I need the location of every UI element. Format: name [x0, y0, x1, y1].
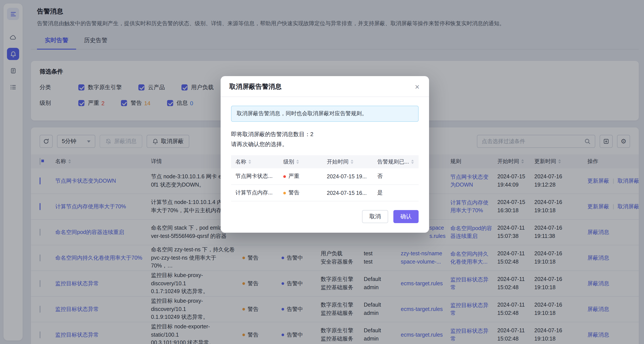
dlg-rule-muted: 否 [377, 173, 383, 180]
dialog-footer: 取消 确认 [220, 201, 429, 233]
dlg-col-name: 名称 [236, 158, 246, 165]
dlg-alert-name: 节点网卡状态... [236, 173, 272, 180]
sort-icon[interactable] [411, 160, 414, 164]
dialog-table-row: 节点网卡状态... 严重 2024-07-15 19... 否 [231, 168, 418, 185]
sort-icon[interactable] [296, 160, 299, 164]
dlg-col-rule-muted: 告警规则已... [377, 158, 409, 165]
confirm-choice-line: 请再次确认您的选择。 [231, 140, 418, 148]
info-banner: 取消屏蔽告警消息，同时也会取消屏蔽对应告警规则。 [231, 106, 418, 122]
unblock-count-line: 即将取消屏蔽的告警消息数目：2 [231, 130, 418, 138]
dlg-rule-muted: 是 [377, 189, 383, 197]
dialog-title: 取消屏蔽告警消息 [229, 83, 282, 91]
dialog-table-body: 节点网卡状态... 严重 2024-07-15 19... 否 计算节点内存..… [231, 168, 418, 201]
dlg-col-level: 级别 [283, 158, 294, 165]
dlg-level-text: 严重 [288, 173, 299, 180]
dlg-start-time: 2024-07-15 16... [327, 190, 367, 196]
cancel-button[interactable]: 取消 [362, 210, 388, 223]
app-window: 告警消息 告警消息由触发中的告警规则产生，提供实时和历史告警的状态、级别、详情、… [0, 0, 644, 344]
dialog-header: 取消屏蔽告警消息 [220, 76, 429, 97]
dlg-level-text: 警告 [288, 189, 299, 197]
dialog-table-row: 计算节点内存... 警告 2024-07-15 16... 是 [231, 185, 418, 201]
dlg-alert-name: 计算节点内存... [236, 189, 272, 197]
dlg-col-start: 开始时间 [327, 158, 348, 165]
level-dot [283, 175, 286, 178]
close-icon[interactable] [414, 83, 420, 91]
confirm-button[interactable]: 确认 [393, 210, 418, 223]
dialog-body: 取消屏蔽告警消息，同时也会取消屏蔽对应告警规则。 即将取消屏蔽的告警消息数目：2… [220, 97, 429, 201]
dlg-start-time: 2024-07-15 19... [327, 173, 367, 179]
dialog-table-header: 名称 级别 开始时间 告警规则已... [231, 155, 418, 168]
unblock-alerts-dialog: 取消屏蔽告警消息 取消屏蔽告警消息，同时也会取消屏蔽对应告警规则。 即将取消屏蔽… [220, 76, 429, 233]
level-dot [283, 192, 286, 194]
sort-icon[interactable] [351, 160, 353, 164]
sort-icon[interactable] [248, 160, 251, 164]
dialog-table: 名称 级别 开始时间 告警规则已... 节点网卡状态... 严重 2024-07… [231, 155, 418, 201]
